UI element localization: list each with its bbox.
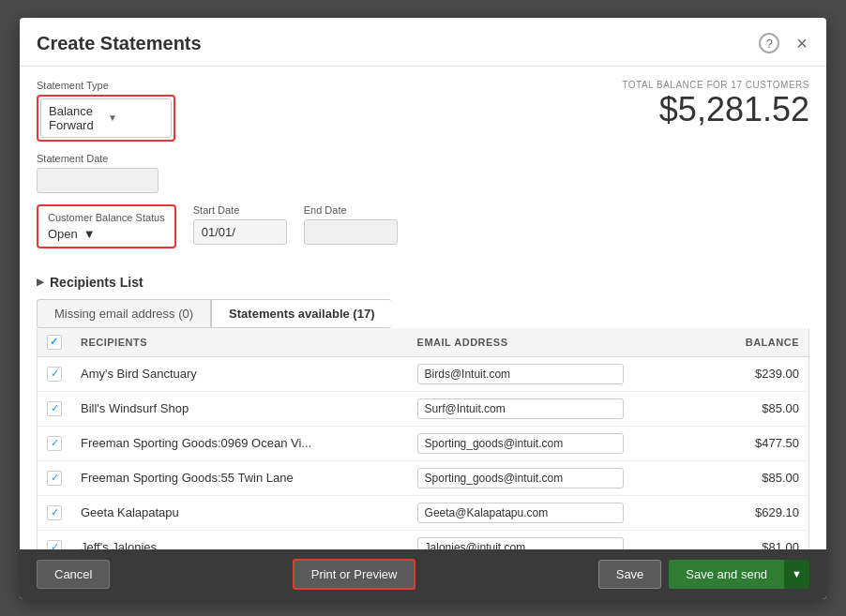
end-date-group: End Date	[304, 204, 398, 245]
row-checkbox-cell	[38, 426, 71, 460]
row-recipient-name: Geeta Kalapatapu	[71, 495, 408, 530]
recipients-title: Recipients List	[50, 275, 144, 290]
dialog-footer: Cancel Print or Preview Save Save and se…	[20, 549, 826, 599]
dialog-body: Statement Type Balance Forward ▼ Stateme…	[20, 67, 826, 549]
print-preview-button[interactable]: Print or Preview	[293, 559, 416, 590]
row-checkbox-4[interactable]	[47, 505, 62, 520]
row-email-cell	[408, 530, 711, 549]
save-and-send-button[interactable]: Save and send	[669, 560, 784, 589]
statement-type-select[interactable]: Balance Forward ▼	[40, 98, 172, 138]
recipients-header[interactable]: ▶ Recipients List	[37, 275, 809, 290]
start-date-group: Start Date	[193, 204, 287, 245]
dropdown-arrow-icon: ▼	[108, 113, 163, 123]
footer-center: Print or Preview	[293, 559, 416, 590]
row-recipient-name: Bill's Windsurf Shop	[71, 391, 408, 426]
row-email-input-1[interactable]	[417, 398, 624, 419]
row-recipient-name: Amy's Bird Sanctuary	[71, 356, 408, 391]
statement-type-group: Statement Type Balance Forward ▼	[37, 80, 603, 142]
header-icons: ? ×	[757, 31, 809, 56]
balance-dropdown-arrow-icon: ▼	[83, 227, 96, 241]
create-statements-dialog: Create Statements ? × Statement Type Bal…	[20, 18, 826, 599]
balance-label: TOTAL BALANCE FOR 17 CUSTOMERS	[622, 80, 809, 90]
save-send-group: Save and send ▼	[669, 560, 809, 589]
tab-statements-available[interactable]: Statements available (17)	[211, 299, 391, 328]
table-row: Jeff's Jalonies $81.00	[38, 530, 808, 549]
customer-balance-select[interactable]: Open ▼	[48, 227, 165, 241]
table-row: Freeman Sporting Goods:0969 Ocean Vi... …	[38, 426, 808, 460]
row-email-input-2[interactable]	[417, 433, 624, 454]
close-button[interactable]: ×	[794, 31, 809, 56]
row-checkbox-5[interactable]	[47, 540, 62, 549]
save-button[interactable]: Save	[598, 560, 662, 589]
start-date-input[interactable]	[193, 219, 287, 245]
save-send-arrow-icon: ▼	[792, 568, 802, 579]
end-date-label: End Date	[304, 204, 398, 216]
table-row: Geeta Kalapatapu $629.10	[38, 495, 808, 530]
recipients-table-wrapper: RECIPIENTS EMAIL ADDRESS BALANCE	[37, 328, 809, 549]
table-row: Bill's Windsurf Shop $85.00	[38, 391, 808, 426]
col-header-recipients: RECIPIENTS	[71, 328, 408, 357]
row-balance: $477.50	[711, 426, 808, 460]
row-email-input-3[interactable]	[417, 468, 624, 488]
row-email-cell	[408, 356, 711, 391]
statement-type-value: Balance Forward	[49, 104, 104, 132]
help-button[interactable]: ?	[757, 31, 781, 56]
row-checkbox-1[interactable]	[47, 401, 62, 416]
row-checkbox-cell	[38, 391, 71, 426]
row-checkbox-cell	[38, 530, 71, 549]
statement-date-group: Statement Date	[37, 153, 603, 193]
row-checkbox-cell	[38, 460, 71, 495]
statement-date-input[interactable]	[37, 168, 159, 193]
row-balance: $629.10	[711, 495, 808, 530]
top-section: Statement Type Balance Forward ▼ Stateme…	[37, 80, 809, 267]
row-checkbox-0[interactable]	[47, 367, 62, 382]
cancel-button[interactable]: Cancel	[37, 560, 110, 589]
save-send-dropdown-button[interactable]: ▼	[784, 560, 809, 589]
col-header-checkbox	[38, 328, 71, 357]
balance-amount: $5,281.52	[622, 90, 809, 129]
row-checkbox-3[interactable]	[47, 471, 62, 486]
col-header-balance: BALANCE	[711, 328, 808, 357]
statement-type-label: Statement Type	[37, 80, 603, 91]
row-balance: $81.00	[711, 530, 808, 549]
balance-date-row: Customer Balance Status Open ▼ Start Dat…	[37, 204, 603, 256]
customer-balance-group: Customer Balance Status Open ▼	[37, 204, 176, 248]
help-icon: ?	[759, 33, 779, 53]
total-balance-panel: TOTAL BALANCE FOR 17 CUSTOMERS $5,281.52	[603, 80, 809, 129]
col-header-email: EMAIL ADDRESS	[408, 328, 711, 357]
footer-left: Cancel	[37, 560, 110, 589]
start-date-label: Start Date	[193, 204, 287, 216]
recipients-tabs: Missing email address (0) Statements ava…	[37, 299, 809, 328]
row-checkbox-cell	[38, 495, 71, 530]
row-balance: $85.00	[711, 391, 808, 426]
dialog-title: Create Statements	[37, 33, 202, 54]
row-balance: $239.00	[711, 356, 808, 391]
row-checkbox-2[interactable]	[47, 436, 62, 451]
row-email-input-5[interactable]	[417, 537, 624, 549]
footer-right: Save Save and send ▼	[598, 560, 809, 589]
end-date-input[interactable]	[304, 219, 398, 245]
row-recipient-name: Freeman Sporting Goods:0969 Ocean Vi...	[71, 426, 408, 460]
row-email-cell	[408, 495, 711, 530]
customer-balance-value: Open	[48, 227, 78, 241]
customer-balance-box: Customer Balance Status Open ▼	[37, 204, 176, 248]
row-email-cell	[408, 426, 711, 460]
row-email-cell	[408, 391, 711, 426]
row-recipient-name: Jeff's Jalonies	[71, 530, 408, 549]
left-fields: Statement Type Balance Forward ▼ Stateme…	[37, 80, 603, 267]
row-recipient-name: Freeman Sporting Goods:55 Twin Lane	[71, 460, 408, 495]
row-email-input-4[interactable]	[417, 503, 624, 523]
customer-balance-label: Customer Balance Status	[48, 212, 165, 223]
recipients-section: ▶ Recipients List Missing email address …	[37, 275, 809, 549]
row-checkbox-cell	[38, 356, 71, 391]
select-all-checkbox[interactable]	[47, 335, 62, 350]
row-balance: $85.00	[711, 460, 808, 495]
row-email-cell	[408, 460, 711, 495]
recipients-table: RECIPIENTS EMAIL ADDRESS BALANCE	[38, 328, 808, 549]
row-email-input-0[interactable]	[417, 364, 624, 384]
close-icon: ×	[796, 33, 808, 53]
dialog-header: Create Statements ? ×	[20, 18, 826, 67]
table-row: Amy's Bird Sanctuary $239.00	[38, 356, 808, 391]
tab-missing-email[interactable]: Missing email address (0)	[37, 299, 211, 328]
statement-date-label: Statement Date	[37, 153, 603, 164]
